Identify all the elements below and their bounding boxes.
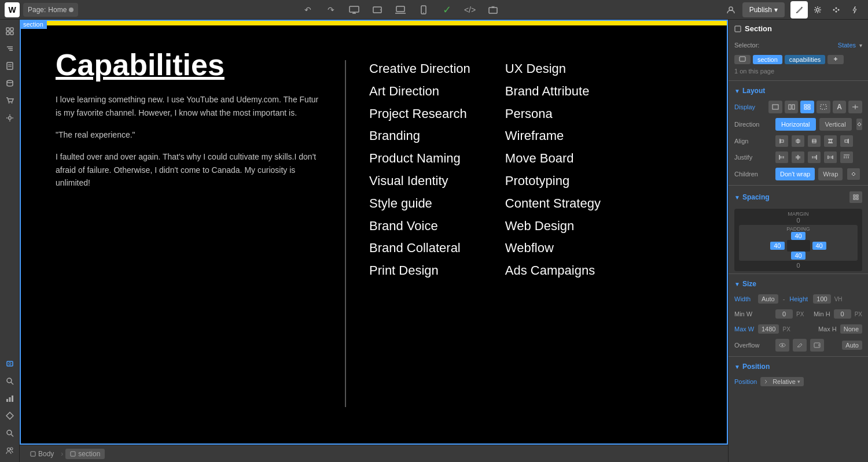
yellow-accent-bar xyxy=(21,21,727,25)
screenshot-icon[interactable] xyxy=(2,356,18,372)
pen-tool[interactable] xyxy=(790,1,808,19)
skill-item: Brand Attribute xyxy=(505,83,601,101)
spacing-section-header[interactable]: ▼ Spacing xyxy=(729,188,868,206)
svg-point-32 xyxy=(7,378,12,383)
svg-point-11 xyxy=(816,8,819,11)
align-bottom[interactable] xyxy=(840,135,853,147)
layout-section-header[interactable]: ▼ Layout xyxy=(729,83,868,98)
settings-icon[interactable] xyxy=(2,110,18,126)
svg-rect-30 xyxy=(7,361,13,366)
size-section-header[interactable]: ▼ Size xyxy=(729,276,868,291)
padding-bottom-val[interactable]: 40 xyxy=(791,252,805,260)
device-mobile[interactable] xyxy=(415,2,432,18)
canvas-section[interactable]: Capabilities I love learning something n… xyxy=(20,20,728,445)
gear-tool[interactable] xyxy=(809,1,826,19)
overflow-scroll-btn[interactable] xyxy=(810,339,824,352)
padding-left-val[interactable]: 40 xyxy=(770,242,784,250)
align-top-left[interactable] xyxy=(775,135,788,147)
svg-rect-70 xyxy=(782,156,784,158)
position-value-dropdown[interactable]: Relative ▾ xyxy=(760,377,804,386)
maxw-value[interactable]: 1480 xyxy=(758,324,779,334)
states-dropdown[interactable]: States xyxy=(838,42,856,49)
zoom-icon[interactable] xyxy=(2,373,18,389)
skills-column-1: Creative DirectionArt DirectionProject R… xyxy=(369,60,470,280)
code-button[interactable]: </> xyxy=(462,2,478,18)
check-button[interactable]: ✓ xyxy=(439,2,455,18)
device-tablet-landscape[interactable] xyxy=(369,2,385,18)
width-value[interactable]: Auto xyxy=(758,294,778,304)
direction-horizontal-btn[interactable]: Horizontal xyxy=(775,118,816,131)
undo-button[interactable]: ↶ xyxy=(300,2,316,18)
svg-point-15 xyxy=(836,10,837,12)
symbol-icon[interactable] xyxy=(2,408,18,424)
selector-tag-capabilities[interactable]: capabilities xyxy=(785,55,825,64)
display-flex-col-btn[interactable] xyxy=(785,101,799,113)
svg-rect-72 xyxy=(799,156,800,158)
overflow-edit-btn[interactable] xyxy=(793,339,807,352)
overflow-auto[interactable]: Auto xyxy=(842,341,862,350)
device-laptop[interactable] xyxy=(392,2,409,18)
minw-value[interactable]: 0 xyxy=(775,309,793,319)
display-none-btn[interactable] xyxy=(816,101,830,113)
children-wrap-btn[interactable]: Wrap xyxy=(818,168,843,180)
selector-add-btn[interactable] xyxy=(827,55,844,64)
position-chevron: ▾ xyxy=(797,379,800,385)
spacing-grid-toggle[interactable] xyxy=(849,191,862,203)
pages-icon[interactable] xyxy=(2,58,18,74)
display-custom-btn[interactable] xyxy=(848,101,862,113)
lightning-tool[interactable] xyxy=(846,1,863,19)
breadcrumb-body[interactable]: Body xyxy=(25,449,58,459)
justify-space-between[interactable] xyxy=(824,151,837,163)
align-center[interactable] xyxy=(808,135,821,147)
users-icon[interactable] xyxy=(2,442,18,459)
selector-box-icon[interactable] xyxy=(734,55,751,64)
maxh-value[interactable]: None xyxy=(840,324,862,334)
svg-point-4 xyxy=(380,9,381,10)
children-extra-btn[interactable] xyxy=(847,168,860,180)
breadcrumb-section[interactable]: section xyxy=(65,449,105,459)
children-dont-wrap-btn[interactable]: Don't wrap xyxy=(775,168,815,180)
svg-rect-65 xyxy=(829,140,832,142)
position-section-header[interactable]: ▼ Position xyxy=(729,359,868,374)
export-button[interactable] xyxy=(485,2,501,18)
height-value[interactable]: 100 xyxy=(813,294,830,304)
skills-column-2: UX DesignBrand AttributePersonaWireframe… xyxy=(505,60,601,280)
skill-item: UX Design xyxy=(505,60,601,78)
add-panel-icon[interactable] xyxy=(2,23,18,39)
svg-point-13 xyxy=(836,7,837,9)
direction-extra-btn[interactable] xyxy=(856,119,862,130)
publish-button[interactable]: Publish ▾ xyxy=(742,2,785,17)
display-grid-btn[interactable] xyxy=(800,101,814,113)
justify-center[interactable] xyxy=(792,151,804,163)
svg-rect-82 xyxy=(846,156,847,158)
display-block-btn[interactable] xyxy=(768,101,782,113)
justify-start[interactable] xyxy=(775,151,788,163)
maxwh-row: Max W 1480 PX Max H None xyxy=(729,321,868,337)
navigator-icon[interactable] xyxy=(2,40,18,57)
position-icon xyxy=(764,379,771,385)
padding-right-val[interactable]: 40 xyxy=(812,242,826,250)
direction-vertical-btn[interactable]: Vertical xyxy=(819,118,852,131)
svg-point-31 xyxy=(9,363,11,365)
redo-button[interactable]: ↷ xyxy=(323,2,339,18)
ecommerce-icon[interactable] xyxy=(2,93,18,109)
nodes-tool[interactable] xyxy=(827,1,845,19)
padding-top-val[interactable]: 40 xyxy=(791,232,805,240)
device-desktop[interactable] xyxy=(346,2,362,18)
page-selector[interactable]: Page: Home xyxy=(23,3,78,17)
overflow-eye-btn[interactable] xyxy=(775,339,789,352)
cms-icon[interactable] xyxy=(2,75,18,91)
page-label: Page: xyxy=(28,6,46,14)
display-text-btn[interactable]: A xyxy=(833,101,847,113)
align-stretch[interactable] xyxy=(824,135,837,147)
justify-end[interactable] xyxy=(808,151,821,163)
svg-rect-67 xyxy=(845,140,848,142)
align-top-center[interactable] xyxy=(792,135,804,147)
selector-tag-section[interactable]: section xyxy=(753,55,782,64)
search-icon[interactable] xyxy=(2,425,18,441)
svg-point-27 xyxy=(8,102,9,104)
svg-point-90 xyxy=(782,345,784,346)
chart-icon[interactable] xyxy=(2,390,18,406)
justify-space-around[interactable] xyxy=(840,151,853,163)
minh-value[interactable]: 0 xyxy=(834,309,851,319)
